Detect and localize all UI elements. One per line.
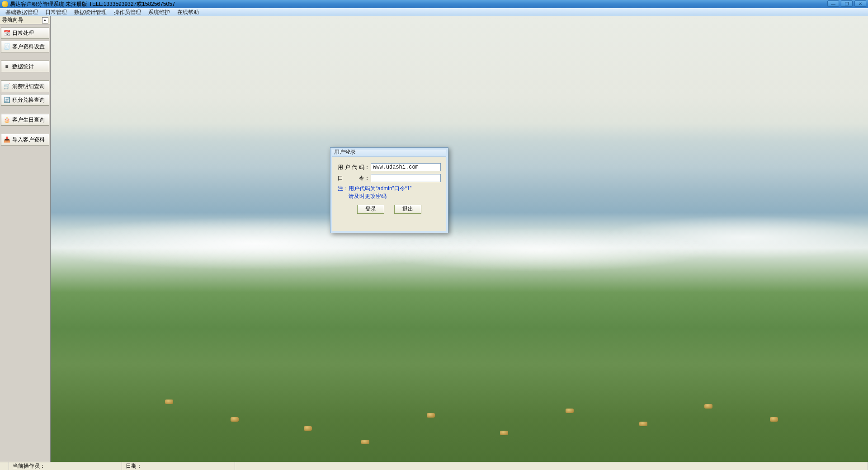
colon: ： (364, 174, 370, 182)
note-line-2: 请及时更改密码 (338, 193, 441, 200)
menu-system[interactable]: 系统维护 (145, 8, 174, 16)
nav-group-2: ≡ 数据统计 (1, 61, 49, 72)
nav-group-4: 🎂 客户生日查询 (1, 114, 49, 126)
login-dialog-title: 用户登录 (330, 148, 448, 157)
sidebar-title: 导航向导 (2, 16, 24, 24)
status-spacer (0, 462, 9, 470)
exit-button[interactable]: 退出 (394, 205, 421, 214)
import-icon: 📥 (3, 136, 10, 143)
points-icon: 🔄 (3, 96, 10, 103)
minimize-button[interactable]: ― (827, 0, 839, 7)
nav-consume-detail[interactable]: 🛒 消费明细查询 (1, 80, 49, 92)
login-dialog: 用户登录 用户代码 ： 口 令 ： 注：用户代码为“admin”口令“1” 请及… (330, 147, 448, 233)
status-date-label: 日期： (126, 462, 142, 470)
close-button[interactable]: ✕ (854, 0, 866, 7)
statusbar: 当前操作员： 日期： (0, 462, 868, 470)
user-code-input[interactable] (371, 163, 441, 171)
nav-label: 数据统计 (12, 63, 34, 70)
menubar: 基础数据管理 日常管理 数据统计管理 操作员管理 系统维护 在线帮助 (0, 8, 868, 16)
status-operator-label: 当前操作员： (13, 462, 45, 470)
nav-group-5: 📥 导入客户资料 (1, 134, 49, 146)
workspace: 导航向导 « 📆 日常处理 🧾 客户资料设置 ≡ 数据统计 (0, 16, 868, 462)
password-row: 口 令 ： (338, 174, 441, 182)
window-title: 易达客户积分管理系统 未注册版 TELL:13335939327或1582567… (10, 0, 175, 8)
menu-daily[interactable]: 日常管理 (42, 8, 71, 16)
nav-daily-process[interactable]: 📆 日常处理 (1, 27, 49, 39)
menu-operator[interactable]: 操作员管理 (110, 8, 145, 16)
colon: ： (364, 164, 370, 171)
nav-label: 导入客户资料 (12, 136, 45, 144)
nav-points-exchange[interactable]: 🔄 积分兑换查询 (1, 94, 49, 106)
login-note: 注：用户代码为“admin”口令“1” 请及时更改密码 (338, 185, 441, 200)
nav-birthday-query[interactable]: 🎂 客户生日查询 (1, 114, 49, 126)
calendar-icon: 📆 (3, 29, 10, 37)
nav-group-1: 📆 日常处理 🧾 客户资料设置 (1, 27, 49, 52)
menu-basic-data[interactable]: 基础数据管理 (2, 8, 42, 16)
content-area: 用户登录 用户代码 ： 口 令 ： 注：用户代码为“admin”口令“1” 请及… (51, 16, 868, 462)
stats-icon: ≡ (3, 63, 10, 70)
window-controls: ― ❐ ✕ (827, 0, 866, 7)
nav-label: 消费明细查询 (12, 83, 45, 90)
user-label: 用户代码 (338, 164, 364, 171)
menu-help[interactable]: 在线帮助 (174, 8, 203, 16)
nav-label: 日常处理 (12, 29, 34, 37)
status-operator: 当前操作员： (9, 462, 122, 470)
nav-group-3: 🛒 消费明细查询 🔄 积分兑换查询 (1, 80, 49, 106)
nav-label: 客户生日查询 (12, 116, 45, 124)
login-dialog-body: 用户代码 ： 口 令 ： 注：用户代码为“admin”口令“1” 请及时更改密码… (330, 157, 448, 217)
user-row: 用户代码 ： (338, 163, 441, 171)
status-flex (235, 462, 868, 470)
sidebar-header: 导航向导 « (0, 16, 50, 24)
nav-customer-setup[interactable]: 🧾 客户资料设置 (1, 41, 49, 52)
maximize-button[interactable]: ❐ (841, 0, 853, 7)
sidebar: 导航向导 « 📆 日常处理 🧾 客户资料设置 ≡ 数据统计 (0, 16, 51, 462)
password-label: 口 令 (338, 174, 364, 182)
password-input[interactable] (371, 174, 441, 182)
sidebar-collapse-button[interactable]: « (42, 17, 48, 24)
note-line-1: 注：用户代码为“admin”口令“1” (338, 185, 441, 193)
status-date: 日期： (122, 462, 235, 470)
nav-import-customer[interactable]: 📥 导入客户资料 (1, 134, 49, 146)
birthday-icon: 🎂 (3, 116, 10, 123)
login-button[interactable]: 登录 (357, 205, 384, 214)
sidebar-body: 📆 日常处理 🧾 客户资料设置 ≡ 数据统计 🛒 消费明细查询 (0, 24, 50, 156)
nav-data-stats[interactable]: ≡ 数据统计 (1, 61, 49, 72)
nav-label: 积分兑换查询 (12, 96, 45, 104)
login-button-row: 登录 退出 (338, 205, 441, 214)
customer-icon: 🧾 (3, 43, 10, 50)
menu-stats[interactable]: 数据统计管理 (71, 8, 110, 16)
app-icon (2, 1, 8, 7)
consume-icon: 🛒 (3, 83, 10, 90)
titlebar: 易达客户积分管理系统 未注册版 TELL:13335939327或1582567… (0, 0, 868, 8)
nav-label: 客户资料设置 (12, 43, 45, 51)
